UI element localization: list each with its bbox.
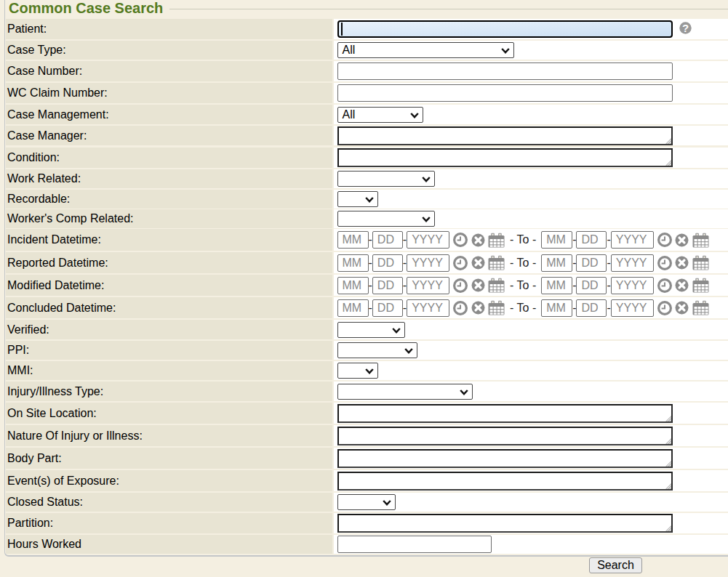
svg-text:?: ? [682, 22, 689, 34]
